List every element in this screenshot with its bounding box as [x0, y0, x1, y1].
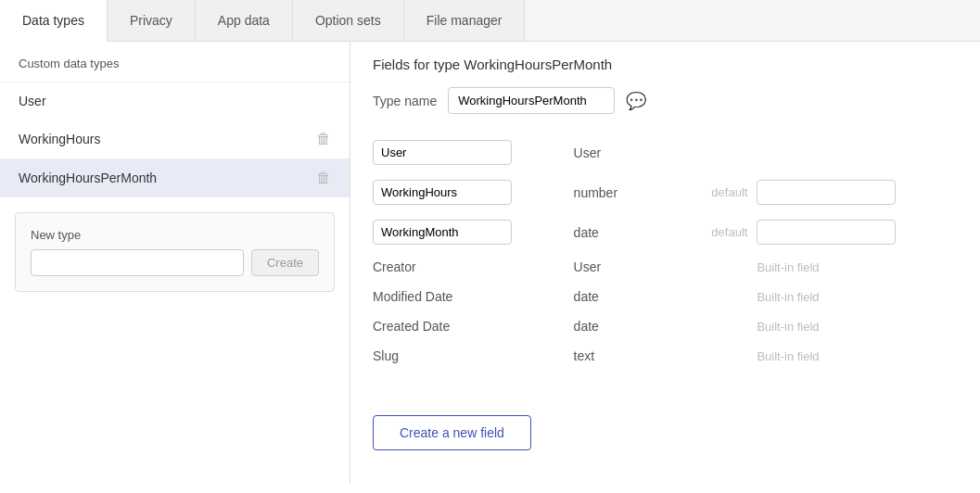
- field-builtin-label: Built-in field: [757, 341, 958, 371]
- content-header: Fields for type WorkingHoursPerMonth: [373, 57, 958, 72]
- table-row: date default: [373, 212, 958, 252]
- type-name-input[interactable]: [448, 87, 615, 114]
- sidebar-header: Custom data types: [0, 42, 350, 82]
- main-layout: Custom data types UserWorkingHours🗑Worki…: [0, 42, 980, 484]
- table-row: User: [373, 133, 958, 172]
- type-name-row: Type name 💬: [373, 87, 958, 114]
- field-name-cell[interactable]: [373, 212, 574, 252]
- new-type-label: New type: [31, 228, 319, 242]
- sidebar-item-label: WorkingHoursPerMonth: [19, 171, 157, 185]
- sidebar-items-container: UserWorkingHours🗑WorkingHoursPerMonth🗑: [0, 82, 350, 197]
- new-type-input[interactable]: [31, 249, 244, 276]
- field-builtin-label: Built-in field: [757, 252, 958, 282]
- field-name-cell: Modified Date: [373, 282, 574, 311]
- sidebar-item-label: WorkingHours: [19, 132, 100, 146]
- field-default-input[interactable]: [757, 212, 958, 252]
- content-area: Fields for type WorkingHoursPerMonth Typ…: [350, 42, 980, 484]
- type-name-label: Type name: [373, 94, 437, 108]
- field-name-cell[interactable]: [373, 133, 574, 172]
- tab-app-data[interactable]: App data: [196, 0, 293, 41]
- field-type-cell: number: [574, 172, 646, 212]
- sidebar-item-working-hours-per-month[interactable]: WorkingHoursPerMonth🗑: [0, 158, 350, 197]
- field-name-input[interactable]: [373, 180, 512, 205]
- create-field-button[interactable]: Create a new field: [373, 415, 531, 450]
- field-type-cell: User: [574, 133, 646, 172]
- table-row: Created Date date Built-in field: [373, 311, 958, 341]
- field-builtin-label: Built-in field: [757, 311, 958, 341]
- delete-icon[interactable]: 🗑: [316, 131, 331, 147]
- field-default-input[interactable]: [757, 172, 958, 212]
- table-row: Modified Date date Built-in field: [373, 282, 958, 311]
- sidebar-item-user[interactable]: User: [0, 82, 350, 120]
- sidebar: Custom data types UserWorkingHours🗑Worki…: [0, 42, 350, 484]
- tab-data-types[interactable]: Data types: [0, 0, 108, 42]
- field-name-cell: Created Date: [373, 311, 574, 341]
- tab-option-sets[interactable]: Option sets: [293, 0, 404, 41]
- table-row: Slug text Built-in field: [373, 341, 958, 371]
- field-name-cell: Creator: [373, 252, 574, 282]
- comment-icon[interactable]: 💬: [626, 91, 646, 111]
- new-type-row: Create: [31, 249, 319, 276]
- new-type-box: New type Create: [15, 212, 335, 292]
- field-type-cell: date: [574, 311, 646, 341]
- field-default-label: default: [645, 212, 757, 252]
- tab-file-manager[interactable]: File manager: [404, 0, 526, 41]
- tab-bar: Data typesPrivacyApp dataOption setsFile…: [0, 0, 980, 42]
- field-name-input[interactable]: [373, 140, 512, 165]
- field-default-value-input[interactable]: [757, 220, 896, 245]
- field-builtin-label: Built-in field: [757, 282, 958, 311]
- field-type-cell: text: [574, 341, 646, 371]
- field-name-cell: Slug: [373, 341, 574, 371]
- delete-icon[interactable]: 🗑: [316, 170, 331, 186]
- sidebar-item-working-hours[interactable]: WorkingHours🗑: [0, 120, 350, 158]
- table-row: Creator User Built-in field: [373, 252, 958, 282]
- sidebar-item-label: User: [19, 94, 46, 108]
- field-type-cell: date: [574, 282, 646, 311]
- table-row: number default: [373, 172, 958, 212]
- field-name-cell[interactable]: [373, 172, 574, 212]
- field-default-value-input[interactable]: [757, 180, 896, 205]
- create-type-button[interactable]: Create: [251, 249, 319, 276]
- field-type-cell: date: [574, 212, 646, 252]
- tab-privacy[interactable]: Privacy: [108, 0, 196, 41]
- field-name-input[interactable]: [373, 220, 512, 245]
- field-default-label: default: [645, 172, 757, 212]
- fields-table: User number default date default Creator…: [373, 133, 958, 371]
- field-type-cell: User: [574, 252, 646, 282]
